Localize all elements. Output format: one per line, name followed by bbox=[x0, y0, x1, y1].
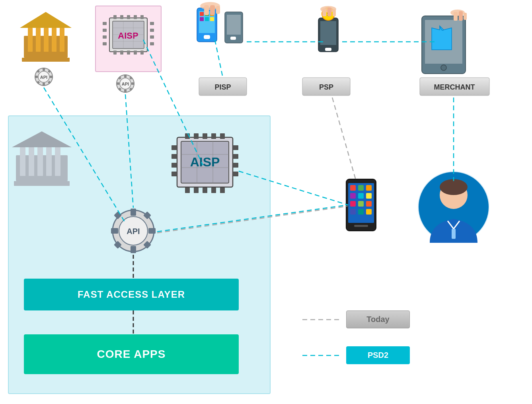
svg-rect-52 bbox=[116, 82, 119, 85]
svg-rect-85 bbox=[425, 20, 462, 64]
svg-rect-137 bbox=[350, 185, 356, 191]
svg-rect-136 bbox=[348, 183, 374, 223]
svg-rect-146 bbox=[350, 209, 356, 215]
svg-rect-74 bbox=[216, 6, 220, 14]
svg-point-80 bbox=[320, 6, 336, 12]
svg-rect-72 bbox=[204, 5, 209, 15]
svg-rect-54 bbox=[118, 76, 121, 80]
svg-rect-22 bbox=[109, 18, 147, 52]
svg-rect-70 bbox=[230, 37, 236, 40]
svg-rect-34 bbox=[103, 22, 107, 25]
svg-point-151 bbox=[419, 172, 489, 242]
svg-text:API: API bbox=[40, 75, 47, 80]
svg-rect-23 bbox=[113, 21, 144, 49]
svg-point-153 bbox=[440, 179, 468, 195]
svg-rect-75 bbox=[318, 18, 338, 52]
core-apps-label: CORE APPS bbox=[97, 348, 166, 361]
svg-text:PSP: PSP bbox=[319, 83, 333, 91]
svg-rect-17 bbox=[48, 70, 51, 73]
svg-rect-61 bbox=[204, 35, 210, 39]
svg-rect-154 bbox=[452, 229, 456, 239]
legend-today-label: Today bbox=[366, 315, 389, 324]
svg-rect-60 bbox=[199, 11, 215, 33]
svg-rect-138 bbox=[358, 185, 364, 191]
svg-rect-15 bbox=[50, 76, 53, 78]
svg-rect-148 bbox=[366, 209, 372, 215]
svg-rect-90 bbox=[464, 13, 467, 20]
svg-rect-143 bbox=[350, 201, 356, 207]
svg-rect-33 bbox=[140, 51, 144, 55]
svg-rect-35 bbox=[103, 29, 107, 32]
svg-rect-66 bbox=[205, 17, 209, 21]
svg-rect-147 bbox=[358, 209, 364, 215]
core-apps-box: CORE APPS bbox=[24, 334, 239, 374]
svg-rect-28 bbox=[140, 15, 144, 19]
svg-rect-55 bbox=[129, 76, 133, 80]
svg-rect-14 bbox=[35, 76, 38, 78]
svg-rect-141 bbox=[358, 193, 364, 199]
svg-rect-145 bbox=[366, 201, 372, 207]
svg-rect-81 bbox=[322, 8, 326, 16]
svg-rect-51 bbox=[124, 90, 127, 93]
svg-rect-68 bbox=[225, 12, 243, 43]
svg-rect-172 bbox=[302, 78, 350, 96]
svg-rect-36 bbox=[103, 35, 107, 39]
svg-rect-31 bbox=[127, 51, 130, 55]
fast-access-layer-label: FAST ACCESS LAYER bbox=[78, 289, 185, 300]
svg-point-152 bbox=[440, 181, 468, 209]
svg-rect-39 bbox=[150, 29, 154, 32]
svg-rect-77 bbox=[325, 48, 331, 51]
svg-rect-82 bbox=[327, 8, 331, 16]
svg-rect-73 bbox=[210, 5, 215, 15]
svg-point-11 bbox=[38, 71, 49, 82]
svg-rect-25 bbox=[120, 15, 123, 19]
svg-rect-6 bbox=[52, 28, 57, 52]
svg-rect-135 bbox=[346, 179, 376, 231]
svg-text:$: $ bbox=[327, 12, 330, 17]
svg-line-160 bbox=[215, 40, 223, 78]
svg-rect-63 bbox=[205, 12, 209, 16]
svg-rect-19 bbox=[48, 81, 51, 84]
fast-access-layer-box: FAST ACCESS LAYER bbox=[24, 279, 239, 310]
svg-rect-69 bbox=[227, 15, 241, 35]
svg-rect-83 bbox=[333, 9, 336, 16]
svg-rect-12 bbox=[43, 68, 45, 71]
svg-point-49 bbox=[120, 78, 131, 89]
svg-rect-84 bbox=[422, 16, 466, 74]
svg-rect-142 bbox=[366, 193, 372, 199]
svg-point-10 bbox=[35, 68, 53, 86]
svg-rect-13 bbox=[43, 83, 45, 86]
svg-rect-3 bbox=[28, 28, 33, 52]
svg-rect-56 bbox=[118, 88, 121, 91]
svg-rect-88 bbox=[454, 12, 458, 21]
svg-rect-67 bbox=[210, 17, 214, 21]
svg-line-164 bbox=[332, 98, 356, 181]
svg-rect-144 bbox=[358, 201, 364, 207]
svg-point-150 bbox=[418, 171, 489, 243]
svg-rect-149 bbox=[354, 225, 368, 227]
svg-rect-89 bbox=[459, 11, 463, 21]
legend-psd2-label: PSD2 bbox=[368, 351, 388, 360]
svg-rect-170 bbox=[199, 78, 247, 96]
svg-text:MERCHANT: MERCHANT bbox=[434, 83, 475, 91]
svg-point-71 bbox=[200, 2, 220, 10]
svg-rect-53 bbox=[131, 82, 134, 85]
svg-rect-59 bbox=[197, 8, 217, 42]
svg-rect-4 bbox=[36, 28, 41, 52]
svg-rect-174 bbox=[420, 78, 489, 96]
svg-rect-65 bbox=[200, 17, 204, 21]
svg-rect-27 bbox=[134, 15, 137, 19]
svg-rect-16 bbox=[37, 70, 40, 73]
svg-rect-32 bbox=[134, 51, 137, 55]
svg-rect-7 bbox=[60, 28, 64, 52]
svg-rect-139 bbox=[366, 185, 372, 191]
svg-rect-37 bbox=[103, 42, 107, 45]
svg-rect-30 bbox=[120, 51, 123, 55]
svg-rect-57 bbox=[129, 88, 133, 91]
svg-point-86 bbox=[441, 65, 446, 70]
svg-rect-9 bbox=[22, 58, 70, 62]
svg-rect-2 bbox=[24, 36, 68, 58]
legend-today: Today bbox=[346, 310, 410, 328]
svg-rect-64 bbox=[210, 12, 214, 16]
svg-rect-76 bbox=[320, 21, 336, 45]
